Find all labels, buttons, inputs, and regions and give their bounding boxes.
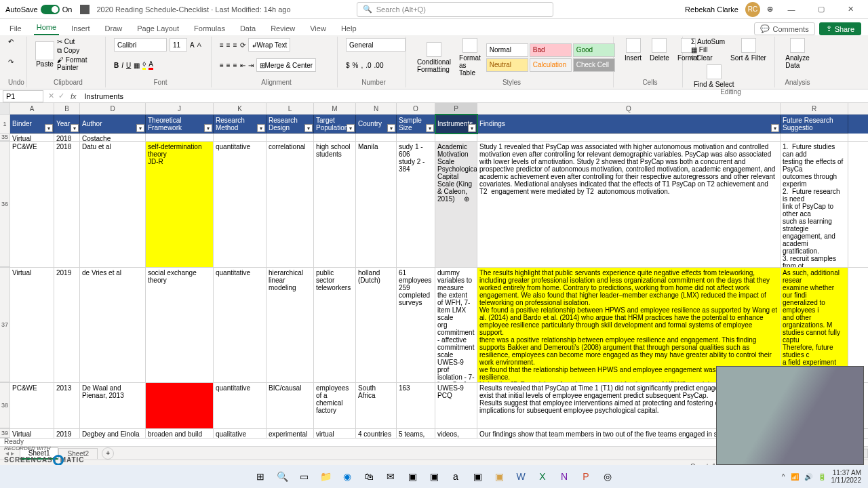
cell[interactable]: PC&WE [10, 383, 54, 428]
bold-button[interactable]: B [114, 62, 119, 69]
copy-button[interactable]: ⧉ Copy [57, 47, 101, 55]
tab-draw[interactable]: Draw [102, 22, 125, 35]
th-instruments[interactable]: Instruments▾ [435, 115, 477, 134]
fill-button[interactable]: ▦ Fill [691, 46, 725, 54]
find-select-button[interactable]: Find & Select [691, 64, 736, 88]
cell[interactable]: 163 [397, 383, 435, 428]
rowhdr-1[interactable]: 1 [0, 115, 10, 134]
style-good[interactable]: Good [573, 43, 615, 57]
inc-decimal-icon[interactable]: .0 [366, 62, 371, 69]
underline-button[interactable]: U [126, 62, 131, 69]
currency-icon[interactable]: $ [346, 62, 350, 69]
cell[interactable] [397, 134, 435, 141]
cell[interactable]: De Waal and Pienaar, 2013 [80, 383, 146, 428]
colhdr-L[interactable]: L [267, 103, 314, 114]
row-header[interactable]: 36 [0, 142, 10, 267]
cell[interactable] [146, 134, 214, 141]
cell[interactable]: holland (Dutch) [356, 268, 397, 382]
merge-center-button[interactable]: ⊞ Merge & Center [256, 58, 317, 72]
share-button[interactable]: ⇪ Share [819, 22, 861, 35]
font-color-icon[interactable]: A [149, 60, 153, 70]
battery-icon[interactable]: 🔋 [818, 473, 826, 481]
cell[interactable] [146, 383, 214, 428]
filter-icon[interactable]: ▾ [387, 124, 395, 132]
font-name-select[interactable]: Calibri [114, 38, 167, 52]
sort-filter-button[interactable]: Sort & Filter [728, 38, 769, 62]
cell-styles-gallery[interactable]: Normal Bad Good Neutral Calculation Chec… [486, 43, 615, 72]
filter-icon[interactable]: ▾ [426, 124, 434, 132]
tab-insert[interactable]: Insert [68, 22, 93, 35]
cancel-formula-icon[interactable]: ✕ [46, 92, 56, 100]
tab-review[interactable]: Review [268, 22, 298, 35]
globe-icon[interactable]: ⊕ [767, 5, 773, 14]
wrap-text-button[interactable]: ↲ Wrap Text [248, 38, 291, 52]
th-author[interactable]: Author▾ [80, 115, 146, 134]
cell[interactable]: South Africa [356, 383, 397, 428]
align-mid-icon[interactable]: ≡ [226, 41, 231, 49]
cell[interactable]: self-determination theory JD-R [146, 142, 214, 267]
font-size-select[interactable]: 11 [170, 38, 187, 52]
cell[interactable]: 2018 [54, 142, 80, 267]
filter-icon[interactable]: ▾ [45, 124, 53, 132]
excel-icon[interactable]: X [534, 468, 551, 485]
amazon-icon[interactable]: a [447, 468, 465, 485]
cell[interactable]: Virtual [10, 268, 54, 382]
style-normal[interactable]: Normal [486, 43, 528, 57]
analyze-data-button[interactable]: Analyze Data [783, 38, 812, 69]
taskview-icon[interactable]: ▭ [295, 468, 313, 485]
filename[interactable]: 2020 Reading Schedule-Checklist · Last M… [96, 5, 290, 14]
colhdr-A[interactable]: A [10, 103, 54, 114]
style-check-cell[interactable]: Check Cell [573, 58, 615, 72]
filter-icon[interactable]: ▾ [136, 124, 144, 132]
number-format-select[interactable]: General [346, 38, 406, 52]
colhdr-J[interactable]: J [146, 103, 214, 114]
filter-icon[interactable]: ▾ [347, 124, 355, 132]
app2-icon[interactable]: ▣ [425, 468, 443, 485]
cell[interactable]: high school students [314, 142, 356, 267]
cell[interactable] [267, 134, 314, 141]
cell[interactable]: virtual project [314, 429, 356, 438]
style-bad[interactable]: Bad [530, 43, 572, 57]
cell[interactable]: 2019 [54, 268, 80, 382]
cell[interactable]: Virtual [10, 134, 54, 141]
indent-inc-icon[interactable]: ⇥ [248, 62, 254, 69]
mail-icon[interactable]: ✉ [382, 468, 399, 485]
app-icon[interactable]: ▣ [403, 468, 421, 485]
insert-cells-button[interactable]: Insert [622, 38, 644, 62]
cell[interactable]: quantitative [214, 383, 267, 428]
cell[interactable]: quantitative [214, 142, 267, 267]
undo-icon[interactable]: ↶ [8, 38, 22, 45]
explorer-icon[interactable]: 📁 [317, 468, 334, 485]
cell[interactable]: Academic Motivation Scale Psychological … [435, 142, 477, 267]
formula-input[interactable]: Instruments [81, 92, 868, 100]
align-left-icon[interactable]: ≡ [220, 62, 224, 69]
cell[interactable]: 1. Future studies can add testing the ef… [781, 142, 848, 267]
colhdr-M[interactable]: M [314, 103, 356, 114]
filter-icon[interactable]: ▾ [304, 124, 313, 132]
cut-button[interactable]: ✂ Cut [57, 38, 101, 45]
italic-button[interactable]: I [121, 62, 123, 69]
row-header[interactable]: 35 [0, 134, 10, 141]
cell[interactable]: Costache [80, 134, 146, 141]
percent-icon[interactable]: % [353, 62, 359, 69]
autosum-button[interactable]: Σ AutoSum [691, 38, 725, 45]
avatar[interactable]: RC [745, 2, 760, 17]
cell[interactable] [781, 134, 848, 141]
cell[interactable]: 61 employees 259 completed surveys [397, 268, 435, 382]
add-sheet-button[interactable]: + [102, 447, 114, 460]
th-method[interactable]: Research Method▾ [214, 115, 267, 134]
style-neutral[interactable]: Neutral [486, 58, 528, 72]
volume-icon[interactable]: 🔊 [804, 473, 812, 481]
enter-formula-icon[interactable]: ✓ [56, 92, 66, 100]
cell[interactable]: public sector teleworkers [314, 268, 356, 382]
restore-button[interactable]: ▢ [810, 0, 833, 19]
align-top-icon[interactable]: ≡ [220, 41, 224, 49]
fx-icon[interactable]: fx [66, 92, 81, 100]
search-input[interactable]: 🔍 Search (Alt+Q) [357, 2, 553, 17]
tab-data[interactable]: Data [237, 22, 258, 35]
delete-cells-button[interactable]: Delete [647, 38, 672, 62]
align-center-icon[interactable]: ≡ [226, 62, 231, 69]
powerpoint-icon[interactable]: P [577, 468, 595, 485]
row-header[interactable]: 38 [0, 383, 10, 428]
cell[interactable]: experimental [267, 429, 314, 438]
